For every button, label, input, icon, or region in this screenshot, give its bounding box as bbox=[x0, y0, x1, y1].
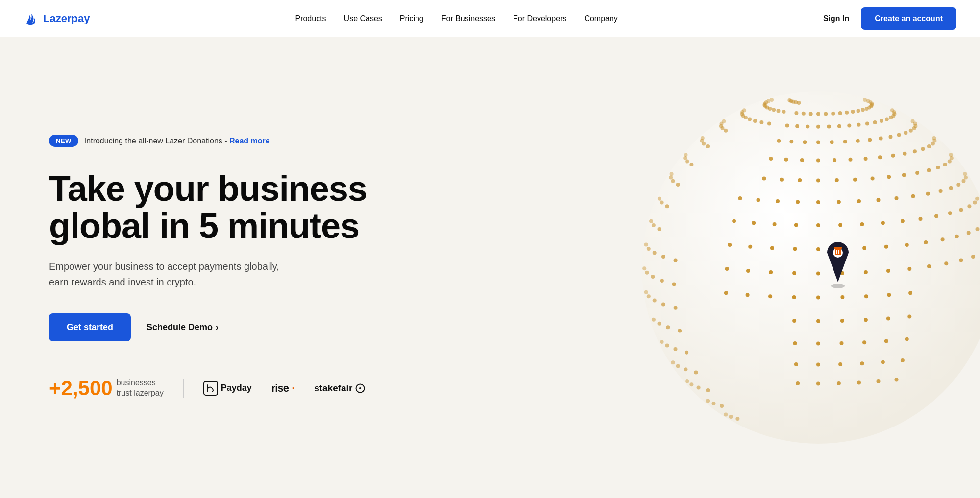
trust-count-group: +2,500 businesses trust lazerpay bbox=[49, 377, 164, 400]
svg-point-70 bbox=[644, 243, 648, 247]
hero-subtext: Empower your business to accept payments… bbox=[49, 259, 294, 290]
nav-item-use-cases[interactable]: Use Cases bbox=[344, 14, 382, 23]
svg-point-232 bbox=[885, 118, 889, 121]
svg-point-112 bbox=[665, 204, 669, 208]
get-started-button[interactable]: Get started bbox=[49, 313, 131, 341]
svg-point-256 bbox=[845, 111, 849, 115]
trust-divider bbox=[183, 379, 184, 398]
svg-point-185 bbox=[921, 147, 925, 151]
nav-item-company[interactable]: Company bbox=[584, 14, 617, 23]
svg-point-131 bbox=[671, 179, 675, 183]
nav-actions: Sign In Create an account bbox=[823, 7, 956, 30]
svg-point-21 bbox=[837, 381, 841, 385]
svg-point-61 bbox=[724, 291, 728, 295]
svg-point-219 bbox=[760, 120, 763, 124]
svg-point-79 bbox=[816, 271, 820, 275]
svg-point-179 bbox=[849, 158, 853, 162]
svg-point-142 bbox=[911, 194, 915, 198]
new-badge: NEW bbox=[49, 135, 78, 147]
svg-point-86 bbox=[959, 259, 963, 262]
rise-logo: rise· bbox=[271, 382, 294, 395]
signin-link[interactable]: Sign In bbox=[823, 14, 849, 23]
svg-point-218 bbox=[753, 119, 757, 123]
svg-point-69 bbox=[908, 291, 912, 295]
svg-point-64 bbox=[792, 295, 796, 299]
svg-point-12 bbox=[689, 382, 693, 386]
svg-point-93 bbox=[658, 227, 662, 231]
svg-point-66 bbox=[840, 295, 844, 299]
svg-point-27 bbox=[674, 347, 678, 351]
svg-point-100 bbox=[862, 246, 866, 250]
svg-point-116 bbox=[794, 223, 798, 227]
hero-section: NEW Introducing the all-new Lazer Donati… bbox=[0, 37, 980, 498]
svg-point-196 bbox=[789, 140, 793, 143]
svg-point-186 bbox=[927, 144, 931, 148]
svg-point-97 bbox=[793, 247, 797, 251]
svg-point-16 bbox=[676, 364, 680, 368]
svg-point-223 bbox=[806, 125, 809, 129]
svg-point-175 bbox=[784, 158, 788, 162]
nav-item-developers[interactable]: For Developers bbox=[513, 14, 566, 23]
svg-point-195 bbox=[777, 139, 781, 143]
svg-point-216 bbox=[744, 116, 748, 119]
svg-point-206 bbox=[904, 131, 907, 135]
logo-text: Lazerpay bbox=[43, 12, 90, 25]
svg-point-98 bbox=[816, 247, 820, 251]
svg-point-85 bbox=[944, 261, 948, 265]
svg-point-103 bbox=[924, 240, 928, 244]
svg-point-28 bbox=[685, 351, 688, 355]
svg-point-65 bbox=[816, 296, 820, 300]
svg-point-197 bbox=[803, 140, 807, 144]
svg-point-204 bbox=[889, 135, 893, 139]
logo-icon bbox=[24, 11, 39, 26]
svg-point-13 bbox=[697, 385, 701, 389]
svg-point-168 bbox=[950, 156, 954, 160]
svg-point-267 bbox=[863, 98, 867, 102]
svg-point-9 bbox=[712, 402, 716, 405]
svg-point-156 bbox=[798, 178, 802, 182]
svg-point-10 bbox=[720, 404, 724, 408]
svg-point-177 bbox=[816, 158, 820, 162]
svg-rect-278 bbox=[838, 250, 839, 254]
svg-point-20 bbox=[816, 382, 820, 386]
svg-point-161 bbox=[887, 175, 891, 179]
svg-point-30 bbox=[816, 363, 820, 367]
svg-point-118 bbox=[838, 223, 842, 227]
svg-point-5 bbox=[724, 413, 728, 417]
svg-point-245 bbox=[768, 107, 772, 111]
svg-point-181 bbox=[878, 155, 882, 159]
svg-point-253 bbox=[824, 112, 828, 116]
nav-item-businesses[interactable]: For Businesses bbox=[441, 14, 495, 23]
svg-point-24 bbox=[895, 378, 899, 382]
announcement-text: Introducing the all-new Lazer Donations … bbox=[84, 137, 270, 145]
nav-item-pricing[interactable]: Pricing bbox=[400, 14, 424, 23]
svg-point-42 bbox=[862, 340, 866, 344]
svg-point-18 bbox=[694, 371, 698, 375]
svg-point-128 bbox=[975, 197, 979, 201]
logo[interactable]: Lazerpay bbox=[24, 11, 90, 26]
stakefair-logo: stakefair bbox=[314, 383, 365, 394]
svg-point-138 bbox=[837, 200, 841, 204]
svg-point-127 bbox=[973, 201, 977, 205]
svg-point-162 bbox=[902, 173, 906, 177]
globe-container bbox=[627, 76, 980, 458]
schedule-demo-button[interactable]: Schedule Demo › bbox=[147, 322, 219, 332]
svg-point-203 bbox=[879, 137, 883, 141]
svg-point-153 bbox=[689, 163, 693, 166]
svg-point-95 bbox=[748, 245, 752, 249]
svg-point-250 bbox=[802, 112, 806, 116]
nav-item-products[interactable]: Products bbox=[295, 14, 326, 23]
svg-point-246 bbox=[772, 108, 776, 112]
svg-point-32 bbox=[860, 361, 864, 365]
svg-point-62 bbox=[746, 293, 750, 297]
trust-bar: +2,500 businesses trust lazerpay Payday … bbox=[49, 377, 367, 400]
svg-rect-0 bbox=[204, 381, 218, 395]
svg-point-199 bbox=[830, 140, 834, 144]
read-more-link[interactable]: Read more bbox=[229, 137, 270, 145]
svg-point-149 bbox=[963, 172, 967, 176]
svg-point-228 bbox=[857, 123, 861, 127]
svg-point-132 bbox=[676, 183, 680, 187]
create-account-button[interactable]: Create an account bbox=[861, 7, 956, 30]
svg-point-29 bbox=[794, 362, 798, 366]
svg-point-83 bbox=[907, 267, 911, 271]
